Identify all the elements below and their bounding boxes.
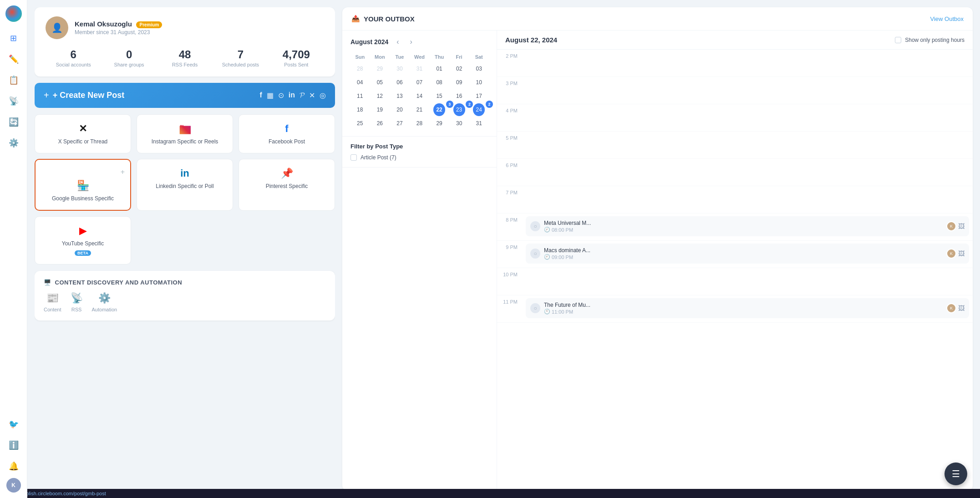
cal-cell[interactable]: 19	[371, 103, 390, 116]
sidebar-item-notifications[interactable]: 🔔	[5, 457, 23, 475]
cal-cell[interactable]: 20	[390, 103, 409, 116]
cal-cell[interactable]: 08	[430, 76, 449, 89]
timeline-content-3pm	[522, 77, 973, 104]
sidebar-item-compose[interactable]: ✏️	[5, 50, 23, 68]
calendar-nav: August 2024 ‹ ›	[350, 37, 488, 47]
cal-cell[interactable]: 28	[410, 117, 429, 130]
cal-cell[interactable]: 02	[450, 62, 469, 75]
cal-cell[interactable]: 30	[390, 62, 409, 75]
cal-cell[interactable]: 25	[350, 117, 370, 130]
cal-cell[interactable]: 07	[410, 76, 429, 89]
cal-cell-24-wrapper: 24 2	[469, 103, 488, 116]
calendar-prev-button[interactable]: ‹	[394, 37, 401, 47]
filter-item-article: Article Post (7)	[350, 154, 488, 161]
cal-cell[interactable]: 13	[390, 90, 409, 102]
cal-cell[interactable]: 17	[469, 90, 488, 102]
cal-cell[interactable]: 31	[469, 117, 488, 130]
stat-label-social: Social accounts	[46, 62, 101, 67]
cal-cell[interactable]: 26	[371, 117, 390, 130]
cal-cell[interactable]: 14	[410, 90, 429, 102]
cal-cell[interactable]: 12	[371, 90, 390, 102]
cal-cell[interactable]: 28	[350, 62, 370, 75]
calendar-next-button[interactable]: ›	[407, 37, 415, 47]
cal-cell-today[interactable]: 22	[433, 103, 445, 116]
post-type-google[interactable]: + 🏪 Google Business Specific	[35, 159, 131, 211]
stat-rss: 48 RSS Feeds	[157, 48, 213, 67]
sidebar-item-info[interactable]: ℹ️	[5, 436, 23, 454]
stat-label-rss: RSS Feeds	[157, 62, 213, 67]
outbox-panel: 📤 YOUR OUTBOX View Outbox August 2024 ‹ …	[342, 7, 973, 491]
view-outbox-link[interactable]: View Outbox	[930, 15, 964, 22]
discovery-icons-row: 📰 Content 📡 RSS ⚙️ Automation	[44, 292, 326, 312]
discovery-item-content[interactable]: 📰 Content	[44, 292, 61, 312]
cal-cell[interactable]: 04	[350, 76, 370, 89]
cal-cell[interactable]: 29	[371, 62, 390, 75]
cal-cell[interactable]: 10	[469, 76, 488, 89]
cal-cell[interactable]: 03	[469, 62, 488, 75]
post-card-macs[interactable]: ○ Macs dominate A... 🕘 09:00 PM K	[526, 244, 969, 264]
post-type-x[interactable]: ✕ X Specific or Thread	[35, 114, 131, 153]
sidebar-item-rss[interactable]: 📡	[5, 92, 23, 110]
post-card-meta[interactable]: ○ Meta Universal M... 🕗 08:00 PM K	[526, 216, 969, 236]
cal-cell-24[interactable]: 24	[473, 103, 485, 116]
time-label-5pm: 5 PM	[497, 132, 522, 158]
cal-cell[interactable]: 27	[390, 117, 409, 130]
posting-hours-label: Show only posting hours	[905, 37, 965, 43]
cal-cell[interactable]: 09	[450, 76, 469, 89]
cal-header-mon: Mon	[371, 52, 390, 61]
cal-cell[interactable]: 31	[410, 62, 429, 75]
status-bar: https://publish.circleboom.com/post/gmb-…	[0, 489, 980, 498]
discovery-item-rss[interactable]: 📡 RSS	[71, 292, 83, 312]
cal-cell[interactable]: 11	[350, 90, 370, 102]
time-label-9pm: 9 PM	[497, 241, 522, 268]
discovery-card: 🖥️ CONTENT DISCOVERY AND AUTOMATION 📰 Co…	[35, 271, 335, 320]
outbox-title: 📤 YOUR OUTBOX	[351, 15, 415, 23]
profile-since: Member since 31 August, 2023	[75, 29, 162, 36]
post-card-future[interactable]: ○ The Future of Mu... 🕚 11:00 PM K	[526, 298, 969, 318]
time-label-4pm: 4 PM	[497, 104, 522, 131]
cal-cell[interactable]: 06	[390, 76, 409, 89]
time-label-11pm: 11 PM	[497, 295, 522, 322]
cal-cell[interactable]: 18	[350, 103, 370, 116]
sidebar: ⊞ ✏️ 📋 📡 🔄 ⚙️ 🐦 ℹ️ 🔔 K	[0, 0, 27, 498]
cal-cell[interactable]: 05	[371, 76, 390, 89]
sidebar-item-recycle[interactable]: 🔄	[5, 113, 23, 131]
cal-cell[interactable]: 01	[430, 62, 449, 75]
filter-checkbox-article[interactable]	[350, 154, 357, 161]
cal-cell[interactable]: 15	[430, 90, 449, 102]
post-avatar-macs: K	[946, 249, 956, 259]
avatar[interactable]: K	[6, 478, 21, 493]
sidebar-item-settings[interactable]: ⚙️	[5, 134, 23, 152]
rss-discovery-icon: 📡	[71, 292, 83, 304]
post-type-pinterest[interactable]: 📌 Pinterest Specific	[239, 159, 335, 211]
cal-cell[interactable]: 21	[410, 103, 429, 116]
post-type-pinterest-label: Pinterest Specific	[266, 183, 308, 189]
discovery-item-automation[interactable]: ⚙️ Automation	[92, 292, 117, 312]
post-type-linkedin[interactable]: in Linkedin Specific or Poll	[137, 159, 233, 211]
profile-card: 👤 Kemal Oksuzoglu Premium Member since 3…	[35, 7, 335, 76]
cal-cell[interactable]: 16	[450, 90, 469, 102]
cal-cell[interactable]: 30	[450, 117, 469, 130]
post-type-youtube[interactable]: ▶ YouTube Specific BETA	[35, 216, 131, 264]
posting-hours-checkbox[interactable]	[895, 37, 901, 43]
sidebar-item-twitter[interactable]: 🐦	[5, 415, 23, 433]
post-status-icon-macs: ○	[530, 249, 540, 259]
twitter-icon: 🐦	[9, 419, 19, 429]
sidebar-item-queue[interactable]: 📋	[5, 71, 23, 89]
fab-button[interactable]: ☰	[944, 462, 967, 485]
post-avatars-meta: K 🖼	[946, 221, 965, 231]
cal-cell-22-wrapper: 22 3	[430, 103, 449, 116]
timeline-content-10pm	[522, 268, 973, 295]
post-type-instagram[interactable]: 📷 Instagram Specific or Reels	[137, 114, 233, 153]
app-logo[interactable]	[5, 5, 22, 22]
post-type-facebook[interactable]: f Facebook Post	[239, 114, 335, 153]
cal-cell-23[interactable]: 23	[453, 103, 465, 116]
cal-cell[interactable]: 29	[430, 117, 449, 130]
calendar-month: August 2024	[350, 38, 388, 46]
image-icon: 🖼	[958, 223, 965, 230]
pinterest-platform-icon: 📌	[281, 168, 293, 179]
linkedin-platform-icon: in	[180, 168, 189, 179]
create-post-button[interactable]: + + Create New Post f ▦ ⊙ in 𝓟 ✕ ◎	[35, 83, 335, 108]
sidebar-item-dashboard[interactable]: ⊞	[5, 29, 23, 47]
profile-name: Kemal Oksuzoglu	[75, 20, 132, 28]
